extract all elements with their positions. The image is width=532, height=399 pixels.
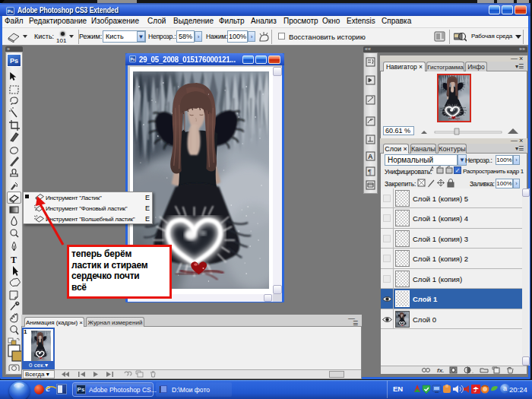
- svg-text:fx.: fx.: [437, 367, 444, 374]
- svg-text:A: A: [368, 153, 373, 160]
- svg-text:T: T: [11, 255, 17, 265]
- svg-text:¶: ¶: [368, 168, 372, 176]
- svg-text:.: .: [472, 369, 473, 374]
